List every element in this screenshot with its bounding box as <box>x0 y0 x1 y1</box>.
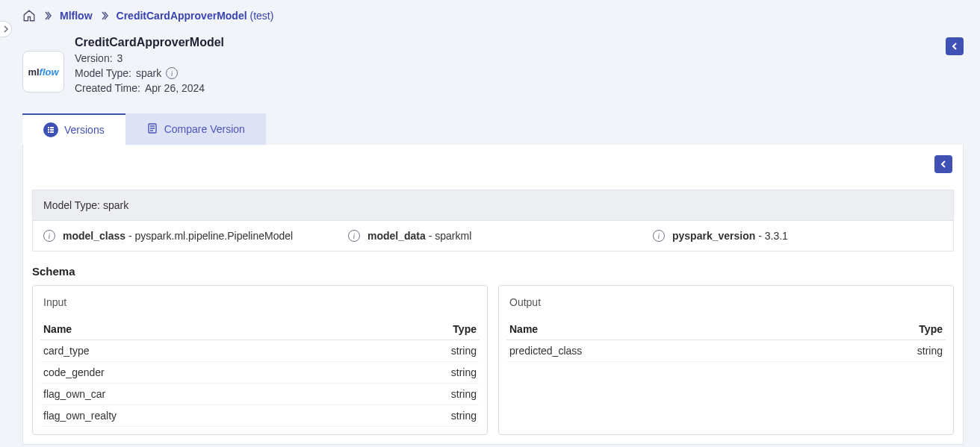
schema-output-box: Output Name Type predicted_classstring <box>498 285 954 435</box>
chevron-right-icon <box>100 11 109 20</box>
table-row: code_genderstring <box>40 362 480 384</box>
info-icon[interactable]: i <box>166 67 178 79</box>
prop-model-data: i model_data - sparkml <box>348 230 638 242</box>
table-row: flag_own_realtystring <box>40 405 480 427</box>
cell-name: flag_own_realty <box>40 405 355 427</box>
col-type: Type <box>820 319 946 340</box>
cell-name: code_gender <box>40 362 355 384</box>
schema-input-title: Input <box>40 296 480 308</box>
table-row: flag_own_carstring <box>40 384 480 405</box>
tab-label: Versions <box>64 124 105 136</box>
cell-name: card_type <box>40 340 355 362</box>
mlflow-logo: mlflow <box>22 51 64 93</box>
cell-type: string <box>355 384 480 405</box>
svg-rect-0 <box>48 127 49 128</box>
tab-label: Compare Version <box>164 123 245 135</box>
col-name: Name <box>40 319 355 340</box>
schema-input-box: Input Name Type card_typestringcode_gend… <box>32 285 488 435</box>
schema-output-title: Output <box>506 296 946 308</box>
prop-model-class: i model_class - pyspark.ml.pipeline.Pipe… <box>43 230 333 242</box>
svg-rect-5 <box>50 131 54 133</box>
cell-name: flag_own_car <box>40 384 355 405</box>
created-time-line: Created Time: Apr 26, 2024 <box>75 82 224 94</box>
versions-panel: Model Type: spark i model_class - pyspar… <box>22 145 964 445</box>
version-line: Version: 3 <box>75 52 224 64</box>
document-icon <box>146 122 158 137</box>
svg-rect-2 <box>48 129 49 131</box>
home-icon[interactable] <box>22 9 36 22</box>
breadcrumb: Mlflow CreditCardApproverModel (test) <box>22 6 964 36</box>
svg-rect-3 <box>50 129 54 131</box>
chevron-right-icon <box>43 11 52 20</box>
collapse-header-button[interactable] <box>946 37 964 55</box>
tabs: Versions Compare Version <box>22 113 964 145</box>
cell-type: string <box>355 340 480 362</box>
model-type-banner: Model Type: spark <box>32 190 954 221</box>
collapse-panel-button[interactable] <box>934 155 952 173</box>
table-row: predicted_classstring <box>506 340 946 362</box>
model-type-line: Model Type: spark i <box>75 67 224 79</box>
page-title: CreditCardApproverModel <box>75 36 224 49</box>
breadcrumb-mlflow[interactable]: Mlflow <box>60 10 93 22</box>
info-icon[interactable]: i <box>653 230 665 242</box>
schema-output-table: Name Type predicted_classstring <box>506 319 946 362</box>
cell-name: predicted_class <box>506 340 820 362</box>
breadcrumb-current: CreditCardApproverModel (test) <box>117 10 274 22</box>
info-icon[interactable]: i <box>43 230 55 242</box>
tab-compare-version[interactable]: Compare Version <box>125 113 266 145</box>
info-icon[interactable]: i <box>348 230 360 242</box>
cell-type: string <box>355 405 480 427</box>
col-type: Type <box>355 319 480 340</box>
model-properties-row: i model_class - pyspark.ml.pipeline.Pipe… <box>32 221 954 251</box>
cell-type: string <box>355 362 480 384</box>
svg-rect-1 <box>50 127 54 128</box>
model-header: mlflow CreditCardApproverModel Version: … <box>22 36 964 97</box>
prop-pyspark-version: i pyspark_version - 3.3.1 <box>653 230 943 242</box>
table-row: card_typestring <box>40 340 480 362</box>
tab-versions[interactable]: Versions <box>22 113 125 145</box>
list-icon <box>43 122 58 137</box>
col-name: Name <box>506 319 820 340</box>
cell-type: string <box>820 340 946 362</box>
svg-rect-4 <box>48 131 49 133</box>
schema-input-table: Name Type card_typestringcode_genderstri… <box>40 319 480 427</box>
schema-heading: Schema <box>32 265 954 278</box>
